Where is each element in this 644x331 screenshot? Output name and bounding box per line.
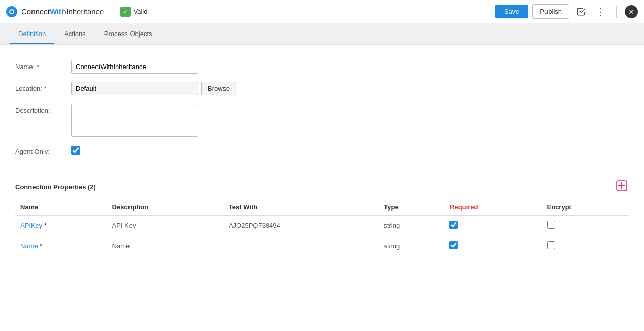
tab-process-objects[interactable]: Process Objects	[96, 25, 160, 44]
location-required-marker: *	[44, 85, 46, 92]
topbar-actions: Save Publish ⋮ ✕	[495, 4, 638, 19]
location-row: Location: * Browse	[15, 82, 629, 95]
browse-button[interactable]: Browse	[201, 82, 236, 95]
location-label: Location: *	[15, 82, 71, 92]
table-header: Name Description Test With Type Required…	[15, 199, 629, 215]
row2-testwith	[223, 236, 379, 256]
name-label: Name: *	[15, 60, 71, 71]
row2-required-marker: *	[40, 242, 42, 250]
table-row: APIKey * API Key AJO25PQ738494 string	[15, 215, 629, 236]
table-header-row: Name Description Test With Type Required…	[15, 199, 629, 215]
close-button[interactable]: ✕	[625, 5, 638, 18]
more-options-button[interactable]: ⋮	[593, 4, 608, 19]
name-input[interactable]	[71, 60, 198, 74]
col-encrypt: Encrypt	[542, 199, 629, 215]
tab-actions[interactable]: Actions	[56, 25, 94, 44]
col-description: Description	[107, 199, 223, 215]
row1-encrypt-checkbox[interactable]	[547, 221, 555, 229]
col-required: Required	[444, 199, 541, 215]
add-property-button[interactable]	[615, 179, 629, 195]
row2-required-checkbox[interactable]	[449, 241, 458, 249]
app-logo	[6, 6, 17, 17]
add-icon	[616, 180, 628, 192]
col-testwith: Test With	[223, 199, 379, 215]
description-label: Description:	[15, 104, 71, 114]
row1-required	[444, 215, 541, 236]
checklist-icon-button[interactable]	[573, 5, 589, 18]
more-vert-icon: ⋮	[596, 6, 605, 17]
table-row: Name * Name string	[15, 236, 629, 256]
name-required-marker: *	[37, 63, 39, 71]
tab-bar: Definition Actions Process Objects	[0, 23, 644, 45]
row1-testwith: AJO25PQ738494	[223, 215, 379, 236]
row1-description: API Key	[107, 215, 223, 236]
location-group: Browse	[71, 82, 236, 95]
agent-only-checkbox[interactable]	[71, 146, 80, 155]
valid-badge: ✓ Valid	[120, 7, 147, 17]
valid-label: Valid	[133, 8, 147, 15]
connection-properties-header: Connection Properties (2)	[15, 179, 629, 195]
publish-button[interactable]: Publish	[532, 4, 569, 19]
connection-properties-title: Connection Properties (2)	[15, 183, 96, 191]
connection-properties-table: Name Description Test With Type Required…	[15, 199, 629, 256]
workflow-title: ConnectWithInheritance	[21, 7, 104, 16]
col-name: Name	[15, 199, 107, 215]
row1-required-checkbox[interactable]	[449, 221, 458, 229]
row1-type: string	[378, 215, 444, 236]
form-section: Name: * Location: * Browse Description:	[15, 55, 629, 169]
description-row: Description:	[15, 104, 629, 137]
logo-inner	[9, 9, 14, 14]
tab-definition[interactable]: Definition	[10, 25, 54, 44]
main-content: Name: * Location: * Browse Description:	[0, 45, 644, 331]
agent-only-label: Agent Only:	[15, 145, 71, 155]
title-with: With	[50, 7, 66, 16]
row1-required-marker: *	[44, 222, 47, 229]
valid-checkmark: ✓	[123, 8, 128, 15]
valid-icon: ✓	[120, 7, 131, 17]
agent-only-row: Agent Only:	[15, 145, 629, 155]
location-input[interactable]	[71, 82, 198, 95]
actions-divider	[616, 6, 617, 18]
description-input[interactable]	[71, 104, 198, 137]
topbar: ConnectWithInheritance ✓ Valid Save Publ…	[0, 0, 644, 23]
col-type: Type	[378, 199, 444, 215]
row2-encrypt	[542, 236, 629, 256]
row1-encrypt	[542, 215, 629, 236]
save-button[interactable]: Save	[495, 5, 529, 18]
row2-name: Name *	[15, 236, 107, 256]
row2-encrypt-checkbox[interactable]	[547, 241, 555, 249]
row2-description: Name	[107, 236, 223, 256]
table-body: APIKey * API Key AJO25PQ738494 string Na…	[15, 215, 629, 256]
title-divider	[112, 5, 112, 19]
row1-name: APIKey *	[15, 215, 107, 236]
title-connect: Connect	[21, 7, 50, 16]
row2-type: string	[378, 236, 444, 256]
checklist-icon	[576, 7, 586, 16]
title-inheritance: Inheritance	[66, 7, 104, 16]
row2-required	[444, 236, 541, 256]
close-icon: ✕	[628, 8, 634, 16]
name-row: Name: *	[15, 60, 629, 74]
